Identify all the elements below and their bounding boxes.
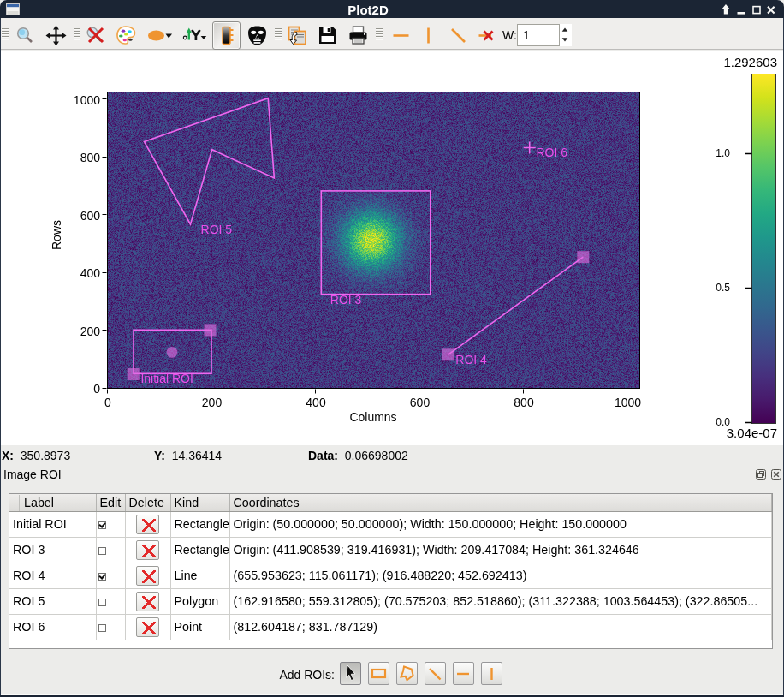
svg-text:Initial ROI: Initial ROI [140, 372, 193, 385]
svg-text:ROI 6: ROI 6 [537, 146, 568, 159]
svg-text:ROI 5: ROI 5 [201, 223, 233, 236]
svg-text:ROI 3: ROI 3 [330, 293, 362, 307]
svg-text:ROI 4: ROI 4 [455, 353, 487, 366]
